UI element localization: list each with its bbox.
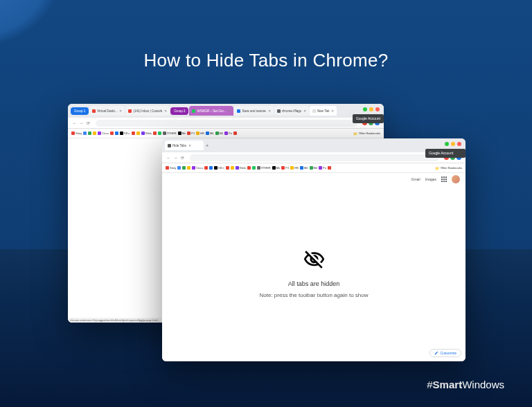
customize-button[interactable]: Customize	[429, 349, 461, 357]
images-link[interactable]: Images	[425, 177, 436, 181]
status-url: chrome-extension://njnaggoebocnfedkknnfg…	[68, 318, 161, 323]
hidden-tabs-message: All tabs are hidden Note: press the tool…	[260, 248, 369, 298]
ntp-top-right: Gmail Images Google Account	[162, 173, 466, 186]
bookmark[interactable]	[158, 132, 161, 135]
tab-group-2[interactable]: Group 2	[170, 107, 188, 115]
bookmark[interactable]: Story	[71, 132, 82, 135]
browser-tab[interactable]: (141) Inbox | Cowork✕	[125, 106, 170, 116]
bookmark[interactable]	[136, 132, 140, 135]
forward-icon[interactable]: →	[173, 155, 178, 160]
eye-slash-icon	[303, 248, 325, 271]
reload-icon[interactable]: ⟳	[86, 120, 91, 125]
url-input[interactable]	[190, 154, 439, 161]
account-tooltip: Google Account	[353, 114, 384, 123]
bookmark[interactable]	[209, 166, 213, 170]
pencil-icon	[434, 351, 438, 355]
browser-tab[interactable]: chrome://flags✕	[274, 106, 309, 116]
bookmark[interactable]: HG	[290, 166, 299, 170]
window-controls	[363, 107, 380, 111]
maximize-button[interactable]	[363, 107, 367, 111]
bookmark[interactable]	[177, 166, 181, 170]
close-button[interactable]	[457, 142, 461, 146]
close-icon[interactable]: ✕	[331, 109, 334, 113]
back-icon[interactable]: ←	[72, 120, 77, 125]
bookmark[interactable]: HG	[196, 132, 204, 135]
bookmark[interactable]: PJ	[281, 166, 289, 170]
bookmark[interactable]: CB n	[214, 166, 224, 170]
bookmark[interactable]: Circa	[98, 132, 108, 135]
browser-tab[interactable]: Virtual Deskt...✕	[89, 106, 125, 116]
new-tab-button[interactable]: +	[206, 143, 209, 148]
bookmark[interactable]	[328, 166, 331, 170]
bookmark[interactable]: M4	[310, 166, 318, 170]
folder-icon: 📁	[435, 166, 439, 170]
page-content: All tabs are hidden Note: press the tool…	[162, 186, 466, 361]
address-bar: ← → ⟳	[162, 152, 466, 163]
close-icon[interactable]: ✕	[188, 143, 191, 147]
reload-icon[interactable]: ⟳	[180, 155, 185, 160]
other-bookmarks[interactable]: 📁Other Bookmarks	[353, 132, 380, 136]
bookmark[interactable]: Pu	[224, 132, 232, 135]
bookmark[interactable]: Glids	[141, 132, 152, 135]
apps-icon[interactable]	[441, 177, 447, 182]
bookmark[interactable]: OTHER	[257, 166, 271, 170]
back-icon[interactable]: ←	[166, 155, 171, 160]
bookmark[interactable]: Mn	[272, 166, 281, 170]
bookmark[interactable]: Mn	[178, 132, 186, 135]
tab-bar: Group 1 Virtual Deskt...✕ (141) Inbox | …	[68, 104, 384, 118]
bookmarks-bar: Story Circa CB n Glids OTHER Mn PJ HG M4…	[162, 163, 466, 173]
bookmark[interactable]	[187, 166, 190, 170]
hashtag: #SmartWindows	[427, 379, 504, 390]
tab-group-1[interactable]: Group 1	[71, 107, 89, 115]
browser-window-front: Hide Tabs ✕ + ← → ⟳ Story Circa CB n Gli…	[162, 138, 466, 361]
message-main: All tabs are hidden	[260, 280, 369, 287]
bookmark[interactable]	[231, 166, 234, 170]
browser-tab[interactable]: Save and restore✕	[234, 106, 273, 116]
bookmark[interactable]: M4	[300, 166, 308, 170]
avatar[interactable]	[452, 175, 460, 183]
minimize-button[interactable]	[369, 107, 373, 111]
bookmark[interactable]	[132, 132, 135, 135]
maximize-button[interactable]	[445, 142, 449, 146]
bookmark[interactable]	[93, 132, 96, 135]
bookmark[interactable]: M4	[206, 132, 214, 135]
bookmark[interactable]: OTHER	[163, 132, 177, 135]
close-icon[interactable]: ✕	[119, 109, 122, 113]
close-icon[interactable]: ✕	[303, 109, 306, 113]
bookmark[interactable]	[88, 132, 91, 135]
bookmark[interactable]	[204, 166, 208, 170]
bookmark[interactable]	[226, 166, 229, 170]
close-icon[interactable]: ✕	[228, 109, 231, 113]
folder-icon: 📁	[353, 132, 357, 136]
bookmark[interactable]: Circa	[192, 166, 202, 170]
bookmark[interactable]: Glids	[236, 166, 246, 170]
other-bookmarks[interactable]: 📁Other Bookmarks	[435, 166, 462, 170]
bookmark[interactable]	[110, 132, 114, 135]
bookmark[interactable]	[252, 166, 256, 170]
close-icon[interactable]: ✕	[268, 109, 271, 113]
browser-tab-active[interactable]: New Tab✕	[310, 106, 337, 116]
bookmark[interactable]: Story	[166, 166, 176, 170]
bookmark[interactable]	[83, 132, 87, 135]
url-input[interactable]	[96, 120, 357, 127]
close-button[interactable]	[375, 107, 380, 111]
browser-tab-active[interactable]: Hide Tabs ✕	[165, 141, 204, 150]
bookmark[interactable]: Pu	[319, 166, 326, 170]
browser-tab[interactable]: WSMGR – Set Gro...✕	[189, 106, 233, 116]
forward-icon[interactable]: →	[79, 120, 84, 125]
bookmarks-bar: Story Circa CB n Glids OTHER Mn PJ HG M4…	[68, 129, 384, 138]
minimize-button[interactable]	[451, 142, 455, 146]
tab-bar: Hide Tabs ✕ +	[162, 138, 466, 152]
bookmark[interactable]: M4	[215, 132, 224, 135]
bookmark[interactable]: PJ	[187, 132, 195, 135]
bookmark[interactable]: CB n	[120, 132, 130, 135]
bookmark[interactable]	[247, 166, 251, 170]
bookmark[interactable]	[153, 132, 157, 135]
bookmark[interactable]	[115, 132, 118, 135]
window-controls	[445, 142, 461, 146]
message-sub: Note: press the toolbar button again to …	[260, 292, 369, 298]
bookmark[interactable]	[182, 166, 186, 170]
bookmark[interactable]	[233, 132, 237, 135]
close-icon[interactable]: ✕	[164, 109, 167, 113]
gmail-link[interactable]: Gmail	[411, 177, 420, 181]
